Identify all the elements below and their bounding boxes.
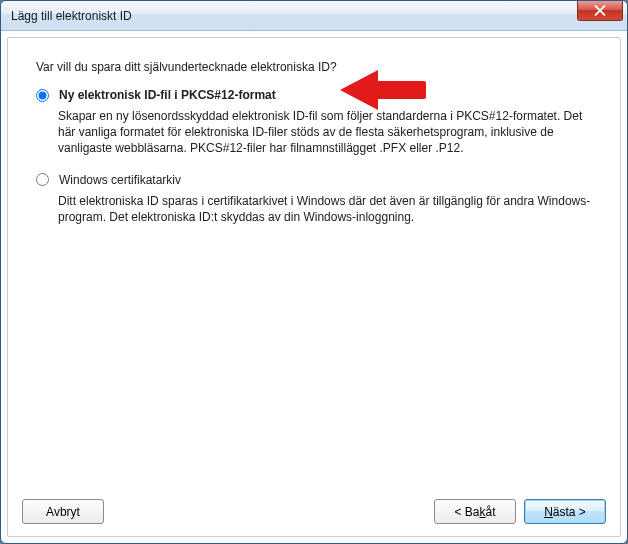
radio-pkcs12[interactable] [36, 89, 49, 102]
content-area: Var vill du spara ditt självundertecknad… [8, 38, 620, 491]
dialog-window: Lägg till elektroniskt ID Var vill du sp… [0, 0, 628, 544]
option-pkcs12-description: Skapar en ny lösenordsskyddad elektronis… [58, 108, 592, 157]
close-button[interactable] [577, 1, 623, 21]
question-text: Var vill du spara ditt självundertecknad… [36, 60, 592, 74]
option-pkcs12-label[interactable]: Ny elektronisk ID-fil i PKCS#12-format [59, 88, 276, 102]
option-wincert-label[interactable]: Windows certifikatarkiv [59, 173, 181, 187]
next-button[interactable]: Nästa > [524, 499, 606, 524]
button-row: Avbryt < Bakåt Nästa > [8, 491, 620, 536]
cancel-button[interactable]: Avbryt [22, 499, 104, 524]
back-button[interactable]: < Bakåt [434, 499, 516, 524]
radio-wincert[interactable] [36, 173, 49, 186]
close-icon [594, 5, 606, 16]
window-title: Lägg till elektroniskt ID [11, 9, 132, 23]
client-area: Var vill du spara ditt självundertecknad… [7, 37, 621, 537]
option-wincert: Windows certifikatarkiv Ditt elektronisk… [36, 173, 592, 225]
option-pkcs12-head[interactable]: Ny elektronisk ID-fil i PKCS#12-format [36, 88, 592, 102]
option-wincert-head[interactable]: Windows certifikatarkiv [36, 173, 592, 187]
option-pkcs12: Ny elektronisk ID-fil i PKCS#12-format S… [36, 88, 592, 157]
titlebar[interactable]: Lägg till elektroniskt ID [1, 1, 627, 31]
option-wincert-description: Ditt elektroniska ID sparas i certifikat… [58, 193, 592, 225]
